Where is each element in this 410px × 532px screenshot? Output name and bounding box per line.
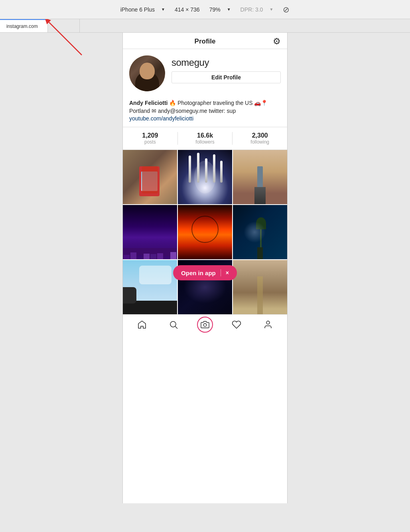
nav-profile[interactable]: [252, 315, 284, 334]
open-in-app-banner: Open in app ×: [173, 265, 237, 280]
settings-icon[interactable]: ⚙: [273, 36, 281, 47]
bio-link[interactable]: youtube.com/andyfeliciotti: [129, 115, 193, 122]
photo-cell-6[interactable]: [233, 205, 287, 259]
dpr-dropdown-arrow[interactable]: ▼: [269, 7, 273, 12]
edit-profile-button[interactable]: Edit Profile: [171, 71, 281, 83]
tab-bar-empty: [80, 19, 410, 32]
svg-line-3: [175, 326, 177, 329]
photo-cell-1[interactable]: [123, 150, 177, 204]
device-selector[interactable]: iPhone 6 Plus ▼ 414 × 736 79% ▼ DPR: 3.0…: [120, 5, 290, 14]
dimensions-label: 414 × 736: [175, 6, 200, 13]
profile-icon: [263, 320, 273, 329]
followers-label: followers: [195, 139, 214, 145]
stat-followers[interactable]: 16.6k followers: [178, 132, 233, 145]
photo-cell-3[interactable]: [233, 150, 287, 204]
posts-count: 1,209: [142, 132, 158, 139]
photo-cell-7[interactable]: [123, 260, 177, 314]
photo-cell-9[interactable]: [233, 260, 287, 314]
browser-tab-bar: instagram.com: [0, 19, 410, 33]
device-dropdown-arrow[interactable]: ▼: [161, 7, 165, 12]
rotate-icon[interactable]: ⊘: [283, 5, 290, 14]
photo-cell-2[interactable]: [178, 150, 232, 204]
photo-cell-4[interactable]: [123, 205, 177, 259]
bio-text-line1: 🔥 Photographer traveling the US 🚗📍: [168, 100, 268, 106]
photo-cell-5[interactable]: [178, 205, 232, 259]
home-icon: [137, 320, 147, 329]
profile-title: Profile: [195, 37, 216, 45]
open-in-app-close-button[interactable]: ×: [226, 270, 229, 276]
nav-home[interactable]: [126, 315, 158, 334]
device-name-label: iPhone 6 Plus: [120, 6, 155, 13]
browser-toolbar: iPhone 6 Plus ▼ 414 × 736 79% ▼ DPR: 3.0…: [0, 0, 410, 19]
username: someguy: [171, 57, 281, 68]
heart-icon: [232, 320, 241, 329]
bio-text-line2: Portland ✉ andy@someguy.me twitter: sup: [129, 107, 281, 115]
posts-label: posts: [144, 139, 156, 145]
avatar-face: [129, 55, 165, 91]
inactive-tab-1[interactable]: [48, 19, 80, 32]
bio-line-name: Andy Feliciotti 🔥 Photographer traveling…: [129, 99, 281, 107]
stats-row: 1,209 posts 16.6k followers 2,300 follow…: [123, 127, 287, 150]
dpr-label: DPR: 3.0: [240, 6, 263, 13]
zoom-label: 79%: [209, 6, 221, 13]
bottom-nav: [123, 314, 287, 334]
nav-activity[interactable]: [221, 315, 252, 334]
avatar-container: [129, 55, 165, 91]
photo-grid: [123, 150, 287, 314]
profile-right-section: someguy Edit Profile: [171, 55, 281, 83]
camera-circle: [197, 317, 213, 333]
phone-frame: Profile ⚙ someguy Edit Profile Andy Feli…: [122, 33, 288, 503]
stat-following[interactable]: 2,300 following: [233, 132, 287, 145]
profile-header: Profile ⚙: [123, 33, 287, 49]
following-count: 2,300: [252, 132, 268, 139]
active-tab[interactable]: instagram.com: [0, 19, 48, 32]
open-in-app-label[interactable]: Open in app: [181, 270, 216, 276]
svg-point-5: [266, 321, 270, 324]
open-in-app-divider: [221, 269, 221, 276]
camera-icon: [201, 320, 209, 329]
nav-search[interactable]: [158, 315, 189, 334]
avatar: [129, 55, 165, 91]
profile-info-section: someguy Edit Profile: [123, 49, 287, 99]
bio-display-name: Andy Feliciotti: [129, 100, 168, 106]
svg-point-2: [170, 321, 176, 327]
bio-section: Andy Feliciotti 🔥 Photographer traveling…: [123, 99, 287, 127]
nav-camera[interactable]: [189, 315, 221, 334]
profile-top-row: someguy Edit Profile: [129, 55, 281, 91]
followers-count: 16.6k: [197, 132, 213, 139]
stat-posts[interactable]: 1,209 posts: [123, 132, 177, 145]
zoom-dropdown-arrow[interactable]: ▼: [227, 7, 231, 12]
svg-point-4: [203, 323, 206, 326]
following-label: following: [250, 139, 269, 145]
search-icon: [169, 320, 178, 329]
